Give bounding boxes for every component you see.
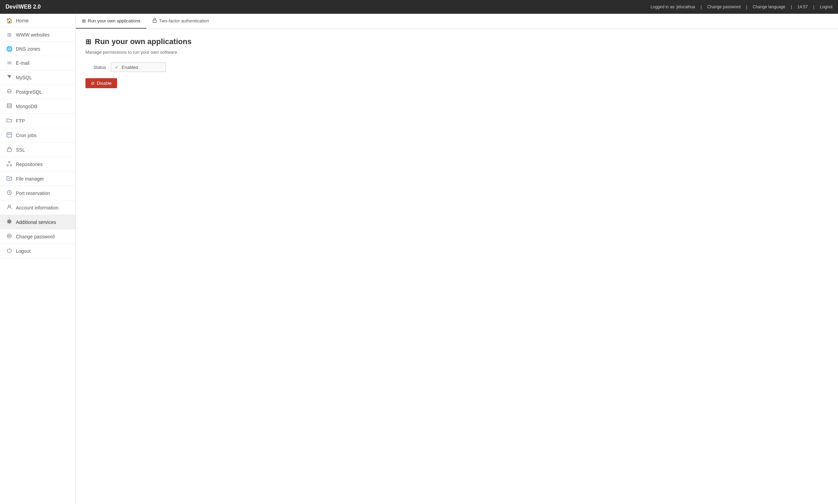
calendar-icon (6, 132, 12, 138)
logged-in-label: Logged in as: jiducaihua (651, 4, 695, 9)
mysql-icon (6, 74, 12, 81)
sidebar-label-portreservation: Port reservation (16, 191, 50, 196)
sidebar-label-changepassword: Change password (16, 234, 55, 239)
disable-button-label: Disable (97, 81, 112, 86)
sidebar-item-mongodb[interactable]: MongoDB (0, 99, 75, 114)
sidebar-item-ssl[interactable]: SSL (0, 143, 75, 157)
sidebar-item-additionalservices[interactable]: Additional services (0, 215, 75, 229)
sidebar: 🏠 Home ⊞ WWW websites 🌐 DNS zones ✉ E-ma… (0, 14, 76, 504)
status-row: Status ✓ Enabled (85, 62, 828, 72)
sidebar-label-ssl: SSL (16, 147, 25, 153)
page-title: ⊞ Run your own applications (85, 37, 828, 46)
svg-rect-8 (7, 149, 11, 152)
current-time: 14:57 (797, 4, 808, 9)
sidebar-label-postgresql: PostgreSQL (16, 89, 42, 95)
tab-runapps[interactable]: ⊞ Run your own applications (76, 14, 146, 29)
home-icon: 🏠 (6, 18, 12, 24)
sidebar-item-cron[interactable]: Cron jobs (0, 128, 75, 143)
page-subtitle: Manage permissions to run your own softw… (85, 50, 828, 55)
tab-twofactor-label: Two-factor authentication (159, 18, 209, 23)
navbar: DevilWEB 2.0 Logged in as: jiducaihua | … (0, 0, 838, 14)
folder-icon (6, 117, 12, 124)
sidebar-label-repositories: Repositories (16, 162, 43, 167)
sidebar-label-email: E-mail (16, 60, 30, 66)
sidebar-item-logout[interactable]: Logout (0, 244, 75, 258)
sidebar-label-mysql: MySQL (16, 75, 32, 80)
sidebar-label-filemanager: File manager (16, 176, 44, 182)
sidebar-label-ftp: FTP (16, 118, 25, 124)
changepassword-icon (6, 233, 12, 240)
disable-button[interactable]: ⊘ Disable (85, 78, 117, 88)
filemanager-icon (6, 175, 12, 182)
sidebar-label-www: WWW websites (16, 32, 50, 38)
portreservation-icon (6, 190, 12, 196)
disable-icon: ⊘ (91, 81, 95, 86)
content-area: ⊞ Run your own applications Two-factor a… (76, 14, 838, 504)
sidebar-item-mysql[interactable]: MySQL (0, 70, 75, 85)
page-body: ⊞ Run your own applications Manage permi… (76, 29, 838, 96)
sidebar-item-accountinfo[interactable]: Account information (0, 200, 75, 215)
tab-runapps-icon: ⊞ (82, 18, 86, 23)
repo-icon (6, 161, 12, 167)
svg-point-16 (9, 235, 10, 237)
svg-point-14 (8, 205, 10, 207)
sidebar-item-changepassword[interactable]: Change password (0, 229, 75, 244)
main-layout: 🏠 Home ⊞ WWW websites 🌐 DNS zones ✉ E-ma… (0, 14, 838, 504)
lock-icon (6, 146, 12, 153)
tab-twofactor[interactable]: Two-factor authentication (146, 14, 215, 29)
sidebar-item-home[interactable]: 🏠 Home (0, 14, 75, 28)
mongodb-icon (6, 103, 12, 110)
sidebar-item-filemanager[interactable]: File manager (0, 172, 75, 186)
navbar-right: Logged in as: jiducaihua | Change passwo… (651, 4, 832, 9)
page-title-text: Run your own applications (95, 37, 192, 46)
sidebar-item-email[interactable]: ✉ E-mail (0, 56, 75, 70)
sidebar-item-postgresql[interactable]: PostgreSQL (0, 85, 75, 99)
change-language-link[interactable]: Change language (753, 4, 785, 9)
sidebar-item-dns[interactable]: 🌐 DNS zones (0, 42, 75, 56)
logout-nav-link[interactable]: Logout (820, 4, 832, 9)
sidebar-label-accountinfo: Account information (16, 205, 59, 210)
sidebar-label-additionalservices: Additional services (16, 219, 56, 225)
svg-point-9 (9, 161, 10, 163)
status-check-icon: ✓ (115, 64, 119, 70)
sidebar-item-portreservation[interactable]: Port reservation (0, 186, 75, 200)
tab-runapps-label: Run your own applications (88, 18, 140, 23)
tab-twofactor-icon (153, 18, 157, 24)
globe-icon: 🌐 (6, 46, 12, 52)
email-icon: ✉ (6, 60, 12, 66)
status-label: Status (85, 65, 106, 70)
svg-rect-4 (7, 133, 12, 137)
sidebar-label-logout: Logout (16, 248, 31, 254)
svg-rect-20 (153, 20, 156, 22)
user-icon (6, 204, 12, 211)
change-password-nav-link[interactable]: Change password (707, 4, 741, 9)
postgresql-icon (6, 89, 12, 95)
status-input: ✓ Enabled (111, 62, 166, 72)
status-value: Enabled (122, 65, 138, 70)
svg-rect-1 (7, 104, 11, 108)
app-title: DevilWEB 2.0 (6, 4, 41, 10)
sidebar-label-home: Home (16, 18, 29, 23)
page-title-icon: ⊞ (85, 38, 91, 46)
sidebar-label-cron: Cron jobs (16, 133, 37, 138)
sidebar-label-dns: DNS zones (16, 46, 40, 52)
tabs-bar: ⊞ Run your own applications Two-factor a… (76, 14, 838, 29)
asterisk-icon (6, 219, 12, 225)
sidebar-item-www[interactable]: ⊞ WWW websites (0, 28, 75, 42)
sidebar-label-mongodb: MongoDB (16, 104, 37, 109)
sidebar-item-repositories[interactable]: Repositories (0, 157, 75, 172)
sidebar-item-ftp[interactable]: FTP (0, 114, 75, 128)
power-icon (6, 248, 12, 254)
grid-icon: ⊞ (6, 32, 12, 38)
svg-point-0 (8, 90, 11, 92)
